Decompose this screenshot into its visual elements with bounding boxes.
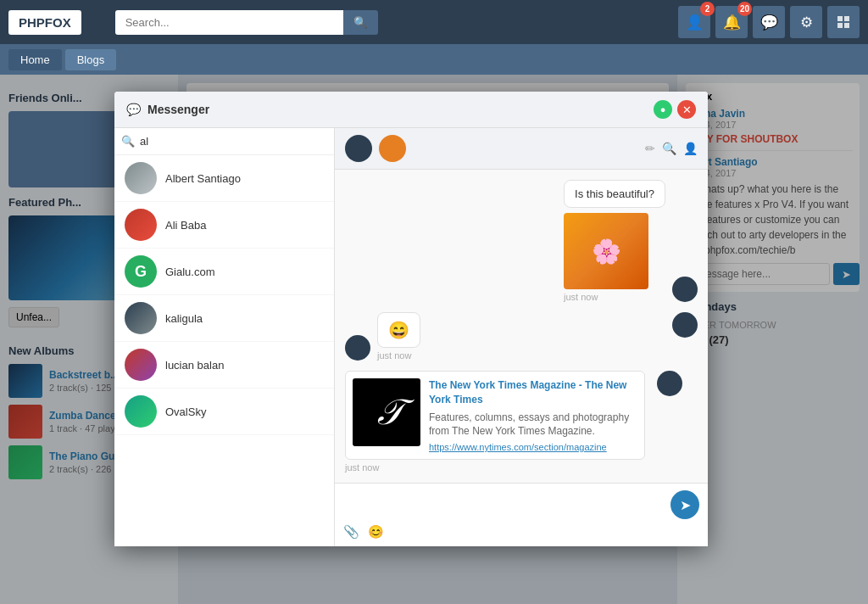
messenger-title: Messenger (147, 103, 209, 116)
search-button[interactable]: 🔍 (343, 10, 378, 35)
chat-toolbar: 📎 😊 (343, 519, 699, 540)
messages-button[interactable]: 💬 (753, 6, 785, 38)
contact-ali[interactable]: Ali Baba (114, 202, 334, 249)
msg-time-1: just now (564, 292, 665, 302)
attachment-icon[interactable]: 📎 (343, 524, 359, 540)
nyt-link-url[interactable]: https://www.nytimes.com/section/magazine (429, 442, 637, 452)
contact-avatar-kaligula (125, 302, 157, 334)
home-tab[interactable]: Home (8, 49, 62, 70)
contact-ovalsky[interactable]: OvalSky (114, 389, 334, 435)
chat-input[interactable] (343, 495, 664, 515)
message-3: 𝒯 The New York Times Magazine - The New … (345, 371, 698, 473)
nyt-desc: Features, columns, essays and photograph… (429, 411, 637, 439)
svg-rect-2 (844, 16, 849, 21)
contact-name-gialu: Gialu.com (165, 266, 215, 278)
notifications-button[interactable]: 🔔 20 (715, 6, 748, 38)
chat-send-button[interactable]: ➤ (670, 490, 699, 519)
logo: PHPFOX (8, 10, 81, 35)
contact-lucian[interactable]: lucian balan (114, 342, 334, 389)
contact-name-ovalsky: OvalSky (165, 405, 206, 418)
top-nav: PHPFOX 🔍 👤 2 🔔 20 💬 ⚙ (0, 0, 868, 44)
main-content: Friends Onli... Featured Ph... Unfea... … (0, 75, 868, 604)
contact-avatar-ali (125, 209, 157, 241)
msg-time-2: just now (377, 350, 420, 361)
blogs-tab[interactable]: Blogs (65, 49, 117, 70)
search-chat-icon[interactable]: 🔍 (662, 142, 676, 155)
contact-name-kaligula: kaligula (165, 312, 203, 325)
svg-rect-1 (837, 16, 843, 21)
chat-input-row: ➤ (343, 490, 699, 519)
notifications-badge: 20 (737, 2, 752, 16)
search-input[interactable] (115, 10, 343, 35)
contact-avatar-ovalsky (125, 395, 157, 428)
contact-albert[interactable]: Albert Santiago (114, 155, 334, 202)
nyt-info: The New York Times Magazine - The New Yo… (429, 378, 637, 452)
messenger-close-button[interactable]: ✕ (677, 100, 696, 119)
msg-content-2: 😄 just now (377, 312, 420, 361)
nav-icons: 👤 2 🔔 20 💬 ⚙ (678, 6, 860, 38)
nyt-title[interactable]: The New York Times Magazine - The New Yo… (429, 378, 637, 407)
nyt-logo-t: 𝒯 (376, 392, 398, 433)
contact-name-lucian: lucian balan (165, 359, 224, 372)
contact-avatar-lucian (125, 349, 157, 381)
msg-text-2: 😄 (377, 312, 420, 348)
user-add-icon[interactable]: 👤 (683, 142, 698, 155)
chat-header: ✏ 🔍 👤 (335, 128, 708, 170)
chat-header-icons: ✏ 🔍 👤 (645, 142, 698, 155)
msg-text-1: Is this beautiful? (564, 180, 665, 208)
svg-rect-4 (844, 23, 849, 28)
messenger-green-button[interactable]: ● (654, 100, 672, 119)
svg-rect-3 (837, 23, 843, 28)
contact-name-ali: Ali Baba (165, 219, 206, 232)
contact-kaligula[interactable]: kaligula (114, 295, 334, 342)
msg-content-3: 𝒯 The New York Times Magazine - The New … (345, 371, 645, 473)
contact-name-albert: Albert Santiago (165, 172, 241, 185)
nyt-logo: 𝒯 (353, 378, 420, 446)
search-bar: 🔍 (115, 10, 378, 35)
contact-avatar-gialu: G (125, 255, 157, 288)
chat-messages: Is this beautiful? 🌸 just now 😄 just (335, 170, 708, 483)
message-1: Is this beautiful? 🌸 just now (345, 180, 698, 302)
messenger-body: 🔍 Albert Santiago Ali Baba G Gialu.com (114, 128, 708, 546)
sub-nav: Home Blogs (0, 44, 868, 75)
chat-input-area: ➤ 📎 😊 (335, 483, 708, 546)
users-icon-button[interactable]: 👤 2 (678, 6, 710, 38)
settings-button[interactable]: ⚙ (790, 6, 822, 38)
users-badge: 2 (700, 2, 715, 16)
pencil-icon[interactable]: ✏ (645, 142, 655, 155)
msg-avatar-1 (672, 277, 698, 302)
nyt-link-card: 𝒯 The New York Times Magazine - The New … (345, 371, 645, 460)
messenger-header: 💬 Messenger ● ✕ (114, 92, 708, 128)
contact-gialu[interactable]: G Gialu.com (114, 249, 334, 295)
msg-time-3: just now (345, 462, 645, 473)
msg-avatar-2 (345, 335, 370, 361)
msg-image-1: 🌸 (564, 213, 648, 289)
chat-bubble-icon: 💬 (126, 103, 141, 116)
chat-panel: ✏ 🔍 👤 Is this beautiful? 🌸 (335, 128, 708, 546)
chat-header-avatar-2 (379, 135, 406, 162)
contact-avatar-albert (125, 162, 157, 194)
profile-button[interactable] (827, 6, 860, 38)
flower-emoji: 🌸 (592, 238, 621, 266)
emoji-icon[interactable]: 😊 (368, 524, 384, 540)
messenger-modal: 💬 Messenger ● ✕ 🔍 Albert Santiago (114, 92, 708, 546)
chat-header-avatar (345, 135, 372, 162)
msg-content-1: Is this beautiful? 🌸 just now (564, 180, 665, 302)
contacts-search-icon: 🔍 (121, 135, 135, 148)
contacts-search-input[interactable] (140, 135, 327, 148)
message-2: 😄 just now (345, 312, 698, 361)
contacts-search: 🔍 (114, 128, 334, 155)
contacts-panel: 🔍 Albert Santiago Ali Baba G Gialu.com (114, 128, 335, 546)
